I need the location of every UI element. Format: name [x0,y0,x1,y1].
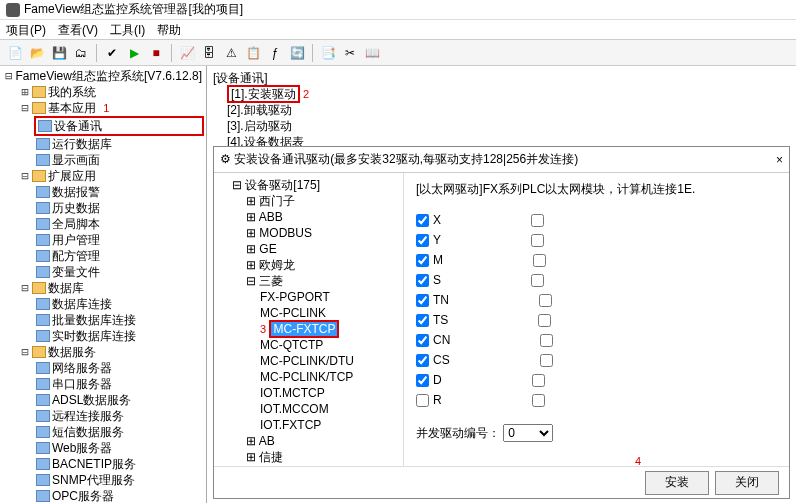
check-r2[interactable] [532,394,545,407]
device-checks: X Y M S TN TS CN CS D R [416,210,777,410]
tree-basic-app[interactable]: ⊟基本应用 1 [18,100,204,116]
new-icon[interactable]: 📄 [6,44,24,62]
menu-view[interactable]: 查看(V) [58,22,98,37]
copy-icon[interactable]: 📑 [319,44,337,62]
gear-icon: ⚙ [220,152,231,166]
content-pane: [设备通讯] [1].安装驱动 2 [2].卸载驱动 [3].启动驱动 [4].… [207,66,796,503]
drv-omron[interactable]: ⊞ 欧姆龙 [246,257,399,273]
drv-fxpgport[interactable]: FX-PGPORT [260,289,399,305]
tree-device-comm[interactable]: 设备通讯 [34,116,204,136]
check-x2[interactable] [531,214,544,227]
tree-opc-svc[interactable]: OPC服务器 [34,488,204,503]
action-install-driver[interactable]: [1].安装驱动 [227,85,300,103]
check-icon[interactable]: ✔ [103,44,121,62]
check-y[interactable]: Y [416,233,441,247]
drv-mcpclinktcp[interactable]: MC-PCLINK/TCP [260,369,399,385]
check-x[interactable]: X [416,213,441,227]
tree-bacnet[interactable]: BACNETIP服务 [34,456,204,472]
check-cs2[interactable] [540,354,553,367]
warning-icon[interactable]: ⚠ [222,44,240,62]
check-cn2[interactable] [540,334,553,347]
check-d[interactable]: D [416,373,442,387]
tree-root[interactable]: ⊟FameView组态监控系统[V7.6.12.8] [2,68,204,84]
tree-adsl[interactable]: ADSL数据服务 [34,392,204,408]
book-icon[interactable]: 📖 [363,44,381,62]
drv-root[interactable]: 设备驱动[175] [245,178,320,192]
tree-script[interactable]: 全局脚本 [34,216,204,232]
tree-remote-conn[interactable]: 远程连接服务 [34,408,204,424]
drv-iotmccom[interactable]: IOT.MCCOM [260,401,399,417]
tree-history[interactable]: 历史数据 [34,200,204,216]
stop-icon[interactable]: ■ [147,44,165,62]
drv-siemens[interactable]: ⊞ 西门子 [246,193,399,209]
check-ts[interactable]: TS [416,313,448,327]
drv-mcpclinkdtu[interactable]: MC-PCLINK/DTU [260,353,399,369]
db-icon[interactable]: 🗄 [200,44,218,62]
drv-ge[interactable]: ⊞ GE [246,241,399,257]
doc-icon[interactable]: 📋 [244,44,262,62]
num-select[interactable]: 0 [503,424,553,442]
drv-mitsu[interactable]: ⊟ 三菱 FX-PGPORT MC-PCLINK 3 MC-FXTCP MC-Q… [246,273,399,433]
drv-xinjie[interactable]: ⊞ 信捷 [246,449,399,465]
cut-icon[interactable]: ✂ [341,44,359,62]
save-icon[interactable]: 💾 [50,44,68,62]
drv-iotfxtcp[interactable]: IOT.FXTCP [260,417,399,433]
action-start-driver[interactable]: [3].启动驱动 [227,118,790,134]
menu-bar: 项目(P) 查看(V) 工具(I) 帮助 [0,20,796,40]
drv-ab[interactable]: ⊞ AB [246,433,399,449]
check-m[interactable]: M [416,253,443,267]
check-d2[interactable] [532,374,545,387]
install-button[interactable]: 安装 [645,471,709,495]
tree-db[interactable]: ⊟数据库 [18,280,204,296]
dialog-close-button[interactable]: × [776,153,783,167]
check-s2[interactable] [531,274,544,287]
check-cn[interactable]: CN [416,333,450,347]
tree-display-screen[interactable]: 显示画面 [34,152,204,168]
check-ts2[interactable] [538,314,551,327]
tree-sms[interactable]: 短信数据服务 [34,424,204,440]
drv-modbus[interactable]: ⊞ MODBUS [246,225,399,241]
drv-mcfxtcp[interactable]: MC-FXTCP [269,320,339,338]
tree-user-mgmt[interactable]: 用户管理 [34,232,204,248]
drv-mcqtcp[interactable]: MC-QTCTP [260,337,399,353]
tree-alarm[interactable]: 数据报警 [34,184,204,200]
tree-db-conn[interactable]: 数据库连接 [34,296,204,312]
drv-mcpclink[interactable]: MC-PCLINK [260,305,399,321]
menu-project[interactable]: 项目(P) [6,22,46,37]
tree-data-svc[interactable]: ⊟数据服务 [18,344,204,360]
action-uninstall-driver[interactable]: [2].卸载驱动 [227,102,790,118]
tree-rt-conn[interactable]: 实时数据库连接 [34,328,204,344]
menu-help[interactable]: 帮助 [157,22,181,37]
tree-web-svc[interactable]: Web服务器 [34,440,204,456]
check-r[interactable]: R [416,393,442,407]
close-button[interactable]: 关闭 [715,471,779,495]
run-icon[interactable]: ▶ [125,44,143,62]
drv-taida[interactable]: ⊞ 台达 [246,465,399,466]
check-m2[interactable] [533,254,546,267]
saveall-icon[interactable]: 🗂 [72,44,90,62]
tree-run-db[interactable]: 运行数据库 [34,136,204,152]
check-tn2[interactable] [539,294,552,307]
title-bar: FameView组态监控系统管理器[我的项目] [0,0,796,20]
check-s[interactable]: S [416,273,441,287]
func-icon[interactable]: ƒ [266,44,284,62]
tree-ext-app[interactable]: ⊟扩展应用 [18,168,204,184]
check-cs[interactable]: CS [416,353,450,367]
tree-my-system[interactable]: ⊞我的系统 [18,84,204,100]
tree-batch-conn[interactable]: 批量数据库连接 [34,312,204,328]
tree-recipe[interactable]: 配方管理 [34,248,204,264]
tree-net-svc[interactable]: 网络服务器 [34,360,204,376]
refresh-icon[interactable]: 🔄 [288,44,306,62]
drv-iotmctcp[interactable]: IOT.MCTCP [260,385,399,401]
tree-snmp[interactable]: SNMP代理服务 [34,472,204,488]
tree-var-file[interactable]: 变量文件 [34,264,204,280]
tree-serial-svc[interactable]: 串口服务器 [34,376,204,392]
toolbar-separator [171,44,172,62]
window-title: FameView组态监控系统管理器[我的项目] [24,1,243,18]
open-icon[interactable]: 📂 [28,44,46,62]
chart-icon[interactable]: 📈 [178,44,196,62]
drv-abb[interactable]: ⊞ ABB [246,209,399,225]
check-tn[interactable]: TN [416,293,449,307]
check-y2[interactable] [531,234,544,247]
menu-tools[interactable]: 工具(I) [110,22,145,37]
